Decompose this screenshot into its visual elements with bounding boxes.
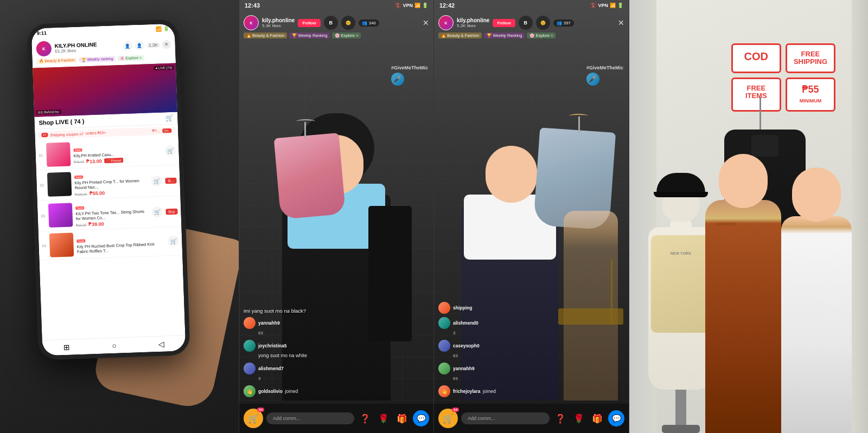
phone-coupon-detail: orders ₱10+ (86, 131, 106, 135)
mid-tag-beauty[interactable]: 🔥 Beauty & Fashion (244, 33, 287, 38)
mid-status-bar: 12:43 📵VPN📶🔋 (239, 0, 433, 11)
phone-tag-explore[interactable]: 🌸 Explore > (117, 55, 144, 62)
product-item-2[interactable]: 02 Sale Kily PH Printed Crop T... for Wo… (36, 165, 181, 201)
product-badge-1: Sale (73, 148, 82, 152)
mid-comment-input[interactable]: Add comm... (266, 412, 354, 424)
right-bottom-bar: 🛒 64 Add comm... ❓ 🌹 🎁 💬 (434, 404, 629, 433)
product-old-price-1: ₱45.00 (74, 160, 84, 164)
right-comment-user-4: yannahh9 (453, 366, 475, 371)
product-item-4[interactable]: 04 Sale Kily PH Ruched Bust Crop Top Rib… (39, 227, 183, 260)
phone-nav-back[interactable]: ◁ (158, 340, 165, 348)
right-messenger-btn[interactable]: 💬 (608, 410, 624, 426)
right-comment-user-5: frichejoylara (453, 389, 481, 394)
mid-comment-user-4: goldsolivio (258, 389, 283, 394)
product-name-3: KILY.PH Two Tone Tas... String Shorts fo… (75, 209, 148, 221)
mid-comment-avatar-3 (244, 363, 256, 374)
mid-close-btn[interactable]: ✕ (423, 18, 429, 27)
right-rose-btn[interactable]: 🌹 (571, 411, 586, 426)
mid-comment-2: joychristina5 yong suot mo na white (244, 340, 429, 359)
right-comment-avatar-1 (438, 302, 450, 314)
phone-close-btn[interactable]: ✕ (162, 40, 171, 49)
right-tag-beauty[interactable]: 🔥 Beauty & Fashion (438, 33, 482, 38)
phone-tag-weekly[interactable]: 🏆 Weekly ranking (79, 56, 116, 62)
person-right-figure (781, 130, 852, 433)
right-comment-text-4: 63 (453, 376, 458, 381)
product-cart-btn-1[interactable]: 🛒 (164, 145, 176, 157)
phone-product-list: 01 Sale Kily.PH Knitted Casu... ₱45.00 ₱… (35, 136, 186, 340)
mid-tag-explore[interactable]: 🌸 Explore > (332, 33, 361, 38)
phone-video-thumbnail[interactable]: ● LIVE (74) |61| Behind by: (33, 63, 177, 117)
phone-nav-home[interactable]: ⊞ (63, 343, 71, 352)
right-tiktok-panel: 12:42 📵VPN📶🔋 K kily.phonline 5.2K likes … (434, 0, 629, 433)
mid-comment-4: 👋 goldsolivio joined (244, 385, 429, 397)
right-comment-user-1: shipping (453, 305, 472, 311)
product-pin-badge: 📌 Pinned (104, 158, 124, 163)
right-comment-avatar-3 (438, 340, 450, 352)
right-tag-explore[interactable]: 🌸 Explore > (527, 33, 556, 38)
right-comment-input[interactable]: Add comm... (461, 412, 550, 424)
product-badge-3: Sale (75, 206, 84, 210)
right-time: 12:42 (439, 2, 455, 9)
phone-nav-home-btn[interactable]: ○ (112, 341, 117, 350)
right-comment-user-2: alishmend0 (453, 320, 478, 326)
right-follow-btn[interactable]: Follow (493, 19, 515, 27)
mid-question-btn[interactable]: ❓ (358, 411, 373, 426)
right-comment-body-1: shipping (453, 302, 624, 312)
far-right-bg: COD FREESHIPPING FREEITEMS ₱55 MINIMUM N (629, 0, 868, 433)
mid-hashtag: #GiveMeTheMic 🎤 (391, 65, 428, 86)
mid-gift-btn[interactable]: 🎁 (394, 411, 410, 426)
phone-tag-beauty[interactable]: 🔥 Beauty & Fashion (36, 57, 77, 64)
mid-b-badge: B (324, 16, 338, 30)
right-comment-body-5: frichejoylara joined (453, 385, 624, 395)
right-comment-4: yannahh9 63 (438, 363, 624, 382)
mid-comment-joined-4: joined (285, 389, 298, 394)
mid-tag-weekly[interactable]: 🏆 Weekly Ranking (289, 33, 330, 38)
product-buy-btn-2[interactable]: B... (165, 177, 177, 184)
right-cart-btn[interactable]: 🛒 64 (438, 409, 458, 428)
mid-channel-avatar: K (244, 15, 259, 30)
product-old-price-2: ₱200.00 (75, 192, 87, 196)
right-comment-2: alishmend0 3 (438, 317, 624, 337)
mid-comment-3: alishmend7 3 (244, 363, 429, 382)
right-close-btn[interactable]: ✕ (618, 18, 624, 27)
person-left-figure: COWBOY (705, 108, 781, 433)
mid-follow-btn[interactable]: Follow (298, 19, 320, 27)
product-cart-btn-2[interactable]: 🛒 (151, 176, 163, 187)
product-cart-btn-4[interactable]: 🛒 (168, 236, 179, 247)
phone-cart-icon[interactable]: 🛒 (165, 114, 173, 122)
mid-status-icons: 📵VPN📶🔋 (395, 3, 428, 8)
mid-comment-user-3: alishmend7 (258, 366, 284, 371)
left-panel: 9:11 📶🔋 K KILY.PH ONLINE 63.2K likes 👤 👤 (0, 0, 239, 433)
right-comment-1: shipping (438, 302, 624, 314)
product-thumb-1 (46, 142, 71, 167)
right-tag-weekly[interactable]: 🏆 Weekly Ranking (484, 33, 525, 38)
right-comment-body-2: alishmend0 3 (453, 317, 624, 337)
product-item-1[interactable]: 01 Sale Kily.PH Knitted Casu... ₱45.00 ₱… (35, 136, 180, 170)
right-viewer-count: 👥 397 (553, 20, 574, 27)
mid-cart-btn[interactable]: 🛒 64 (244, 409, 263, 428)
product-item-3[interactable]: 03 Sale KILY.PH Two Tone Tas... String S… (37, 196, 182, 231)
product-buy-btn-3[interactable]: Buy (165, 208, 177, 215)
right-b-badge: B (519, 16, 533, 30)
mid-tiktok-header: K kily.phonline 5.3K likes Follow B 😊 👥 … (239, 13, 433, 41)
product-info-4: Sale Kily PH Ruched Bust Crop Top Ribbed… (76, 231, 165, 254)
product-cart-btn-3[interactable]: 🛒 (151, 206, 163, 218)
right-hashtag: #GiveMeTheMic 🎤 (586, 65, 623, 86)
mid-messenger-btn[interactable]: 💬 (413, 410, 429, 426)
right-comment-avatar-2 (438, 317, 450, 329)
mid-channel-name: kily.phonline (262, 17, 295, 23)
right-gift-btn[interactable]: 🎁 (590, 411, 605, 426)
right-comments: shipping alishmend0 3 caseysoph0 63 (438, 302, 624, 400)
mid-comment-text-2: yong suot mo na white (258, 353, 307, 358)
mid-rose-btn[interactable]: 🌹 (376, 411, 391, 426)
product-badge-2: Sale (74, 176, 83, 179)
mid-comment-body-4: goldsolivio joined (258, 385, 429, 395)
phone-shop-live-title: Shop LIVE ( 74 ) (39, 118, 84, 126)
mid-comment-text-1: 63 (258, 331, 263, 335)
mid-bottom-bar: 🛒 64 Add comm... ❓ 🌹 🎁 💬 (239, 404, 433, 433)
mid-tiktok-bg: 12:43 📵VPN📶🔋 K kily.phonline 5.3K likes … (239, 0, 433, 433)
right-question-btn[interactable]: ❓ (553, 411, 568, 426)
product-old-price-3: ₱55.00 (76, 223, 86, 227)
mid-comment-user-1: yannahh9 (258, 320, 280, 326)
mid-likes: 5.3K likes (262, 23, 295, 28)
